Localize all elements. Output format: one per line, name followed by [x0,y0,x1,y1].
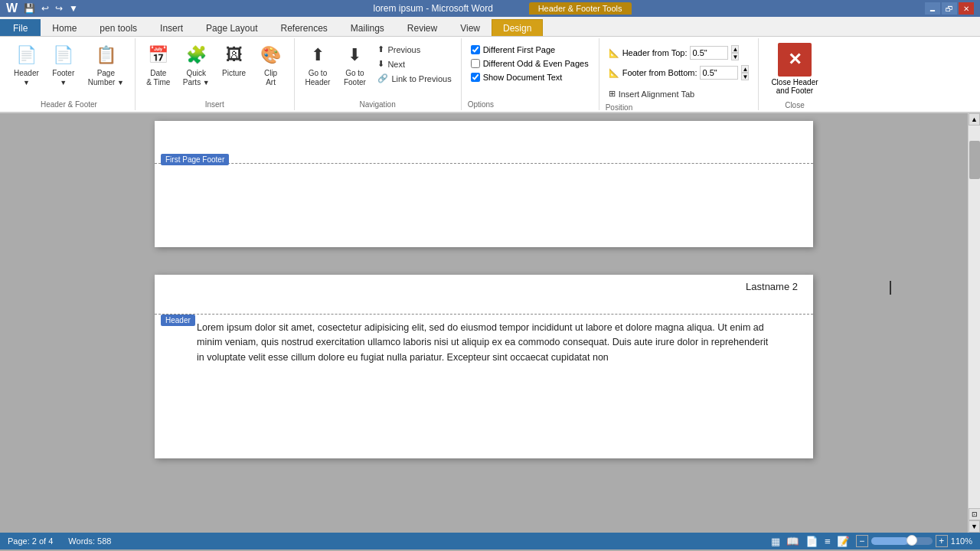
view-outline-button[interactable]: ≡ [825,536,831,547]
word-count: Words: 588 [68,536,111,546]
navigation-items: ⬆ Go toHeader ⬇ Go toFooter ⬆ Previous ⬇… [301,40,455,97]
header-region[interactable]: Lastname 2 [155,275,813,315]
customize-qa-button[interactable]: ▼ [67,2,80,15]
close-window-button[interactable]: ✕ [959,2,974,15]
tab-file[interactable]: File [0,19,41,36]
go-to-header-label: Go toHeader [305,69,331,87]
quick-access-toolbar: 💾 ↩ ↪ ▼ [22,2,80,15]
diff-odd-even-checkbox[interactable]: Different Odd & Even Pages [468,58,592,69]
save-button[interactable]: 💾 [22,2,37,15]
insert-align-tab-button[interactable]: ⊞ Insert Alignment Tab [606,87,753,100]
page-number-button[interactable]: 📋 PageNumber ▼ [83,40,129,90]
header-footer-group-label: Header & Footer [41,97,97,109]
footer-spin-up[interactable]: ▲ [741,65,749,73]
position-group-label: Position [606,100,633,112]
scroll-up-button[interactable]: ▲ [969,113,980,126]
view-layout-button[interactable]: 📄 [805,536,818,547]
header-from-top-row: 📐 Header from Top: ▲ ▼ [606,44,753,61]
tab-view[interactable]: View [449,19,492,36]
tab-design[interactable]: Design [492,19,543,36]
link-to-previous-button[interactable]: 🔗 Link to Previous [374,72,454,85]
go-to-footer-button[interactable]: ⬇ Go toFooter [338,40,371,90]
previous-button[interactable]: ⬆ Previous [374,43,454,56]
tab-home[interactable]: Home [41,19,88,36]
header-label: Header [161,315,195,326]
text-cursor [890,281,891,295]
diff-first-page-input[interactable] [471,45,480,54]
close-group-label: Close [785,98,805,109]
link-to-previous-label: Link to Previous [391,74,451,83]
go-to-header-button[interactable]: ⬆ Go toHeader [301,40,335,90]
title-bar-left: W 💾 ↩ ↪ ▼ [6,2,80,15]
zoom-in-button[interactable]: + [936,535,948,547]
restore-button[interactable]: 🗗 [942,2,957,15]
zoom-out-button[interactable]: − [856,535,868,547]
next-icon: ⬇ [377,59,384,69]
insert-group-label: Insert [205,97,224,109]
window-controls: 🗕 🗗 ✕ [925,2,974,15]
diff-first-page-checkbox[interactable]: Different First Page [468,44,592,55]
view-normal-button[interactable]: ▦ [771,536,780,547]
footer-spinner: ▲ ▼ [741,65,749,80]
header-label: Header▼ [14,69,39,87]
quick-parts-icon: 🧩 [184,43,208,67]
page-info: Page: 2 of 4 [8,536,53,546]
date-time-label: Date& Time [146,69,170,87]
picture-label: Picture [222,69,246,78]
date-time-icon: 📅 [146,43,171,67]
scroll-thumb[interactable] [969,141,980,179]
tab-insert[interactable]: Insert [149,19,194,36]
show-doc-text-input[interactable] [471,73,480,82]
diff-first-page-label: Different First Page [483,45,556,54]
date-time-button[interactable]: 📅 Date& Time [142,40,175,90]
collapse-scrollbar[interactable]: ⊡ [969,508,980,520]
go-to-footer-icon: ⬇ [342,43,367,67]
minimize-button[interactable]: 🗕 [925,2,940,15]
picture-button[interactable]: 🖼 Picture [217,40,251,81]
clip-art-label: ClipArt [264,69,277,87]
tab-references[interactable]: References [269,19,338,36]
body-text: Lorem ipsum dolor sit amet, cosectetur a… [197,322,768,363]
close-header-footer-button[interactable]: ✕ Close Headerand Footer [765,40,824,98]
zoom-slider[interactable] [871,537,933,545]
quick-parts-button[interactable]: 🧩 QuickParts ▼ [178,40,214,90]
redo-button[interactable]: ↪ [54,2,64,15]
pages-container: First Page Footer Lastname 2 Header Lore… [0,113,968,533]
view-reading-button[interactable]: 📖 [786,536,799,547]
footer-ruler-icon: 📐 [609,68,619,78]
footer-icon: 📄 [51,43,76,67]
header-from-top-input[interactable] [690,46,728,60]
clip-art-button[interactable]: 🎨 ClipArt [254,40,288,90]
tab-pen-tools[interactable]: pen tools [88,19,149,36]
picture-icon: 🖼 [222,43,247,67]
zoom-thumb[interactable] [906,535,917,546]
view-draft-button[interactable]: 📝 [837,536,850,547]
insert-align-tab-label: Insert Alignment Tab [619,90,694,99]
header-from-top-label: Header from Top: [622,48,688,57]
options-items: Different First Page Different Odd & Eve… [468,40,592,83]
show-doc-text-checkbox[interactable]: Show Document Text [468,72,592,83]
footer-button[interactable]: 📄 Footer▼ [47,40,80,90]
document-area: ▲ ⊡ ▼ First Page Footer Lastname 2 [0,113,980,533]
tab-mailings[interactable]: Mailings [339,19,396,36]
header-spin-up[interactable]: ▲ [731,45,739,53]
header-button[interactable]: 📄 Header▼ [9,40,44,90]
header-spin-down[interactable]: ▼ [731,53,739,60]
word-logo: W [6,2,18,15]
tab-review[interactable]: Review [396,19,449,36]
diff-odd-even-input[interactable] [471,59,480,68]
position-items: 📐 Header from Top: ▲ ▼ 📐 Footer from Bot… [606,40,753,100]
header-spinner: ▲ ▼ [731,45,739,60]
ribbon-group-insert: 📅 Date& Time 🧩 QuickParts ▼ 🖼 Picture 🎨 … [136,38,295,110]
footer-from-bottom-input[interactable] [700,66,738,80]
next-button[interactable]: ⬇ Next [374,57,454,70]
undo-button[interactable]: ↩ [40,2,51,15]
status-bar: Page: 2 of 4 Words: 588 ▦ 📖 📄 ≡ 📝 − + 11… [0,533,980,549]
footer-from-bottom-label: Footer from Bottom: [622,68,697,77]
scroll-down-button[interactable]: ▼ [969,520,980,533]
tab-page-layout[interactable]: Page Layout [194,19,269,36]
header-content: Lastname 2 [155,275,813,298]
footer-spin-down[interactable]: ▼ [741,73,749,80]
first-page-footer-region[interactable]: First Page Footer [155,163,813,247]
vertical-scrollbar[interactable]: ▲ ⊡ ▼ [968,113,980,533]
